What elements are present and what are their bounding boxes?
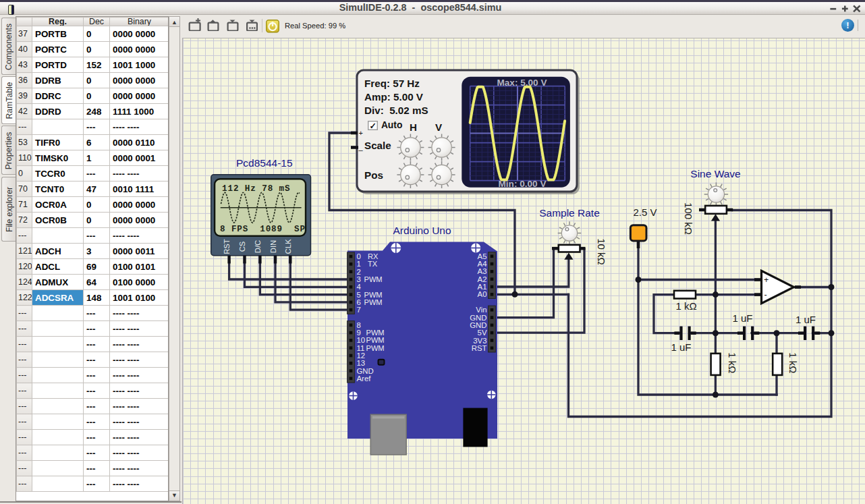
svg-text:Min: 0.00 V: Min: 0.00 V bbox=[498, 179, 546, 189]
svg-text:Vin: Vin bbox=[476, 306, 486, 314]
svg-text:3V3: 3V3 bbox=[473, 337, 486, 345]
svg-text:CLK: CLK bbox=[284, 239, 292, 254]
svg-text:9: 9 bbox=[357, 329, 361, 337]
svg-text:✓: ✓ bbox=[370, 121, 376, 131]
svg-text:100 kΩ: 100 kΩ bbox=[683, 202, 694, 235]
svg-text:A3: A3 bbox=[478, 267, 487, 275]
svg-text:10 kΩ: 10 kΩ bbox=[596, 238, 607, 265]
svg-text:CS: CS bbox=[238, 241, 246, 252]
svg-text:V: V bbox=[435, 121, 443, 133]
svg-text:Pos: Pos bbox=[364, 169, 383, 181]
svg-text:1 uF: 1 uF bbox=[732, 312, 752, 324]
svg-text:TX: TX bbox=[368, 260, 378, 268]
svg-text:GND: GND bbox=[357, 367, 374, 375]
svg-text:7: 7 bbox=[357, 306, 361, 314]
svg-text:A4: A4 bbox=[478, 260, 487, 268]
svg-text:1 uF: 1 uF bbox=[796, 314, 816, 325]
svg-text:2.5 V: 2.5 V bbox=[633, 206, 657, 218]
svg-text:+: + bbox=[764, 275, 769, 285]
svg-text:Amp: 5.00 V: Amp: 5.00 V bbox=[364, 91, 424, 103]
svg-text:Sample Rate: Sample Rate bbox=[539, 207, 600, 219]
svg-text:1 kΩ: 1 kΩ bbox=[675, 300, 696, 312]
svg-text:_: _ bbox=[358, 143, 364, 151]
svg-text:Sine Wave: Sine Wave bbox=[690, 168, 740, 179]
svg-text:RST: RST bbox=[223, 239, 231, 254]
svg-text:13: 13 bbox=[357, 359, 366, 367]
svg-text:PWM: PWM bbox=[364, 275, 383, 283]
svg-text:PWM: PWM bbox=[366, 329, 385, 337]
svg-text:Freq: 57 Hz: Freq: 57 Hz bbox=[364, 78, 420, 89]
svg-text:A2: A2 bbox=[478, 275, 487, 283]
svg-text:PWM: PWM bbox=[364, 291, 383, 299]
svg-text:12: 12 bbox=[357, 352, 366, 360]
svg-text:10: 10 bbox=[357, 336, 366, 344]
svg-text:11: 11 bbox=[357, 344, 365, 352]
svg-text:Pcd8544-15: Pcd8544-15 bbox=[236, 157, 293, 169]
svg-text:A0: A0 bbox=[478, 290, 487, 298]
svg-text:6: 6 bbox=[357, 298, 361, 306]
svg-text:Arduino Uno: Arduino Uno bbox=[393, 225, 451, 236]
svg-text:PWM: PWM bbox=[366, 336, 385, 344]
svg-text:1 kΩ: 1 kΩ bbox=[727, 352, 738, 373]
svg-text:GND: GND bbox=[470, 321, 486, 329]
svg-text:PWM: PWM bbox=[366, 344, 385, 352]
svg-text:RX: RX bbox=[368, 252, 379, 260]
svg-text:DIN: DIN bbox=[269, 240, 277, 253]
svg-text:1: 1 bbox=[357, 260, 361, 268]
svg-text:+: + bbox=[359, 129, 363, 137]
svg-text:GND: GND bbox=[470, 314, 486, 322]
svg-text:0: 0 bbox=[357, 252, 361, 260]
svg-text:5V: 5V bbox=[478, 329, 487, 337]
svg-text:D/C: D/C bbox=[254, 240, 262, 253]
svg-text:A1: A1 bbox=[478, 283, 487, 291]
svg-text:Div: 5.02 mS: Div: 5.02 mS bbox=[364, 105, 428, 116]
svg-text:A5: A5 bbox=[478, 252, 487, 260]
svg-text:Aref: Aref bbox=[357, 374, 372, 383]
svg-text:3: 3 bbox=[357, 275, 361, 283]
svg-text:PWM: PWM bbox=[364, 298, 383, 306]
svg-text:H: H bbox=[410, 121, 417, 133]
svg-text:-: - bbox=[764, 290, 767, 300]
svg-text:Auto: Auto bbox=[381, 120, 402, 130]
svg-text:8: 8 bbox=[357, 321, 361, 329]
svg-text:5: 5 bbox=[357, 291, 361, 299]
svg-text:1 uF: 1 uF bbox=[671, 341, 691, 353]
svg-text:1 kΩ: 1 kΩ bbox=[787, 352, 799, 373]
svg-text:Max: 5.00 V: Max: 5.00 V bbox=[497, 78, 547, 88]
svg-text:2: 2 bbox=[357, 268, 361, 276]
svg-text:112 Hz 78 mS: 112 Hz 78 mS bbox=[222, 184, 291, 194]
svg-text:8 FPS 1089 SP: 8 FPS 1089 SP bbox=[220, 225, 306, 234]
svg-text:4: 4 bbox=[357, 283, 361, 291]
svg-text:RST: RST bbox=[472, 344, 487, 352]
svg-text:Scale: Scale bbox=[364, 140, 391, 151]
